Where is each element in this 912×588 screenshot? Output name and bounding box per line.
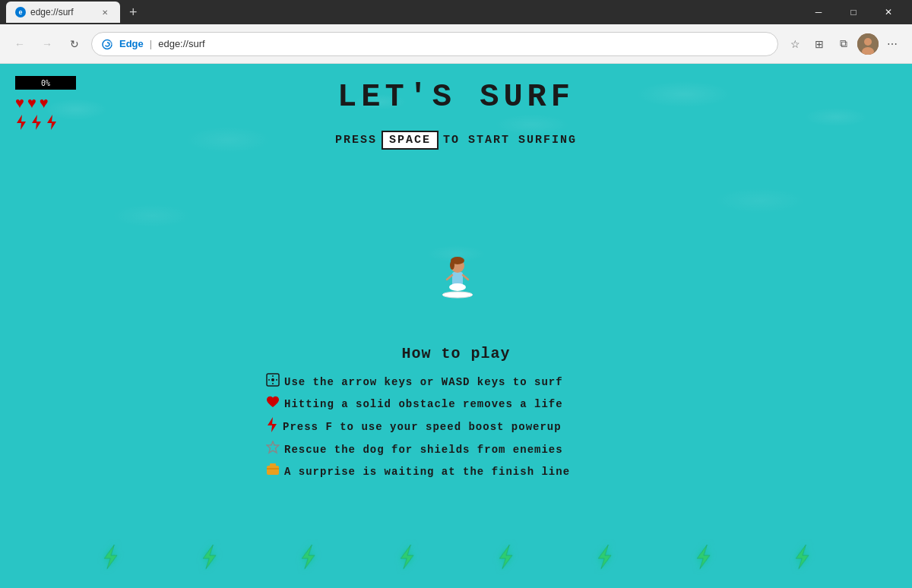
refresh-button[interactable]: ↻	[64, 33, 85, 55]
bottom-bolt-5	[494, 545, 518, 574]
close-button[interactable]: ✕	[871, 0, 906, 24]
svg-marker-29	[597, 545, 613, 569]
svg-point-13	[450, 261, 454, 270]
heart-3: ♥	[40, 94, 49, 112]
start-prompt: PRESS SPACE TO START SURFING	[335, 131, 577, 150]
instruction-3-text: Press F to use your speed boost powerup	[283, 421, 562, 433]
bolt-1	[15, 115, 27, 134]
collections-button[interactable]: ⊞	[809, 33, 830, 55]
address-separator: |	[150, 38, 152, 49]
instruction-list: Use the arrow keys or WASD keys to surf …	[266, 373, 646, 480]
bottom-bolt-3	[296, 545, 320, 574]
surfer-character	[441, 246, 471, 292]
how-to-play-title: How to play	[266, 345, 646, 362]
instruction-4-icon	[266, 441, 280, 458]
instruction-1-text: Use the arrow keys or WASD keys to surf	[284, 376, 563, 388]
bottom-bolt-2	[198, 545, 221, 574]
instruction-1: Use the arrow keys or WASD keys to surf	[266, 373, 646, 390]
bolt-3	[46, 115, 58, 134]
game-area: 0% ♥ ♥ ♥ LET'S SURF PRESS SPACE TO START…	[0, 64, 912, 588]
svg-marker-4	[32, 115, 41, 130]
edge-logo-icon	[101, 38, 113, 50]
address-bar[interactable]: Edge | edge://surf	[91, 32, 778, 56]
svg-marker-30	[695, 545, 712, 569]
bottom-bolts	[0, 545, 912, 574]
toolbar-actions: ☆ ⊞ ⧉ ⋯	[784, 33, 903, 55]
profile-avatar[interactable]	[857, 33, 879, 55]
instruction-2: Hitting a solid obstacle removes a life	[266, 395, 646, 413]
title-bar: e edge://surf ✕ + ─ □ ✕	[0, 0, 912, 24]
tab-strip: e edge://surf ✕ +	[6, 2, 144, 23]
bolts-display	[15, 115, 76, 134]
progress-bar: 0%	[15, 76, 76, 90]
bottom-bolt-6	[593, 545, 616, 574]
svg-marker-28	[498, 545, 515, 569]
favorite-button[interactable]: ☆	[784, 33, 806, 55]
window-controls: ─ □ ✕	[801, 0, 906, 24]
bottom-bolt-1	[99, 545, 122, 574]
game-title: LET'S SURF	[337, 79, 575, 115]
heart-2: ♥	[27, 94, 36, 112]
heart-1: ♥	[15, 94, 24, 112]
tab-title: edge://surf	[30, 7, 74, 17]
instruction-5-text: A surprise is waiting at the finish line	[284, 466, 570, 478]
bottom-bolt-4	[395, 545, 419, 574]
instruction-1-icon	[266, 373, 280, 390]
svg-marker-20	[268, 417, 277, 432]
hud: 0% ♥ ♥ ♥	[15, 76, 76, 134]
toolbar: ← → ↻ Edge | edge://surf ☆ ⊞ ⧉ ⋯	[0, 24, 912, 64]
space-key: SPACE	[382, 131, 439, 150]
svg-rect-21	[267, 466, 279, 475]
svg-marker-27	[399, 545, 416, 569]
instruction-2-icon	[266, 395, 280, 413]
new-tab-button[interactable]: +	[123, 5, 144, 21]
bottom-bolt-8	[790, 545, 814, 574]
instruction-2-text: Hitting a solid obstacle removes a life	[284, 398, 563, 410]
more-button[interactable]: ⋯	[882, 33, 903, 55]
minimize-button[interactable]: ─	[801, 0, 836, 24]
back-button[interactable]: ←	[9, 33, 30, 55]
instruction-5: A surprise is waiting at the finish line	[266, 463, 646, 480]
svg-point-8	[449, 283, 466, 291]
forward-button[interactable]: →	[36, 33, 58, 55]
surfer-svg	[441, 246, 474, 299]
start-prompt-after: TO START SURFING	[443, 134, 577, 147]
svg-marker-26	[300, 545, 317, 569]
instruction-3-icon	[266, 417, 278, 436]
svg-marker-24	[103, 545, 119, 569]
svg-line-10	[463, 275, 468, 280]
bolt-2	[30, 115, 43, 134]
svg-marker-25	[201, 545, 218, 569]
instruction-4-text: Rescue the dog for shields from enemies	[284, 444, 563, 456]
maximize-button[interactable]: □	[836, 0, 871, 24]
svg-line-9	[447, 275, 452, 280]
svg-rect-22	[270, 463, 276, 466]
instruction-3: Press F to use your speed boost powerup	[266, 417, 646, 436]
svg-marker-3	[17, 115, 26, 130]
svg-point-6	[442, 292, 473, 298]
active-tab[interactable]: e edge://surf ✕	[6, 2, 120, 23]
progress-text: 0%	[15, 76, 76, 90]
address-brand: Edge	[119, 38, 144, 49]
address-url: edge://surf	[158, 38, 204, 49]
start-prompt-before: PRESS	[335, 134, 377, 147]
hearts-display: ♥ ♥ ♥	[15, 94, 76, 112]
svg-marker-31	[794, 545, 811, 569]
svg-point-1	[864, 38, 872, 46]
bottom-bolt-7	[692, 545, 715, 574]
tab-favicon: e	[15, 7, 26, 17]
instruction-4: Rescue the dog for shields from enemies	[266, 441, 646, 458]
how-to-play-section: How to play Use the arrow keys or WASD k…	[266, 345, 646, 480]
extensions-button[interactable]: ⧉	[833, 33, 854, 55]
svg-point-15	[271, 378, 274, 381]
instruction-5-icon	[266, 463, 280, 480]
svg-marker-5	[47, 115, 56, 130]
tab-close-button[interactable]: ✕	[99, 6, 111, 18]
